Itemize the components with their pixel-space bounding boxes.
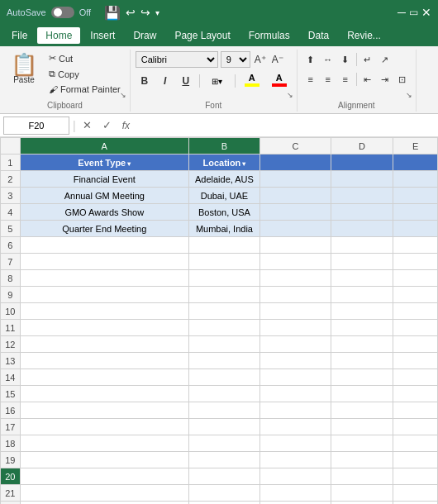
font-family-select[interactable]: Calibri (136, 51, 218, 68)
cell[interactable]: Annual GM Meeting (20, 188, 188, 204)
cell[interactable] (20, 468, 188, 485)
cell[interactable] (188, 254, 259, 270)
cell[interactable] (20, 485, 188, 502)
row-header-6[interactable]: 6 (1, 237, 21, 254)
cell[interactable] (331, 237, 393, 254)
align-left-button[interactable]: ≡ (302, 71, 319, 88)
dropdown-icon[interactable]: ▾ (155, 8, 159, 17)
row-header-13[interactable]: 13 (1, 353, 21, 369)
cell[interactable] (393, 402, 438, 419)
cell[interactable] (20, 452, 188, 468)
align-middle-button[interactable]: ↔ (320, 51, 336, 68)
cell[interactable] (331, 188, 393, 204)
cell[interactable] (331, 468, 393, 485)
cell[interactable] (259, 171, 331, 188)
cancel-formula-button[interactable]: ✕ (79, 117, 96, 134)
cell[interactable] (259, 287, 331, 303)
row-header-1[interactable]: 1 (1, 155, 21, 171)
cell[interactable] (331, 320, 393, 336)
alignment-expand[interactable]: ↘ (404, 90, 414, 100)
filter-arrow-B[interactable]: ▾ (242, 160, 245, 168)
cell[interactable] (259, 402, 331, 419)
cell[interactable] (393, 502, 438, 505)
font-color-button[interactable]: A (267, 72, 292, 90)
cell[interactable] (393, 419, 438, 435)
row-header-8[interactable]: 8 (1, 270, 21, 287)
row-header-22[interactable]: 22 (1, 502, 21, 505)
cell[interactable] (393, 468, 438, 485)
cell[interactable] (331, 353, 393, 369)
fill-color-button[interactable]: A (240, 72, 264, 90)
align-bottom-button[interactable]: ⬇ (337, 51, 354, 68)
menu-draw[interactable]: Draw (125, 27, 164, 44)
menu-formulas[interactable]: Formulas (240, 27, 298, 44)
cell[interactable]: Location▾ (188, 155, 259, 171)
cell[interactable] (259, 204, 331, 221)
cell[interactable] (188, 435, 259, 452)
menu-home[interactable]: Home (37, 27, 80, 44)
cell[interactable] (331, 204, 393, 221)
paste-button[interactable]: 📋 Paste (5, 51, 43, 87)
cell[interactable] (393, 435, 438, 452)
cell[interactable] (393, 353, 438, 369)
font-size-select[interactable]: 9 (221, 51, 250, 68)
cell[interactable] (20, 402, 188, 419)
align-center-button[interactable]: ≡ (320, 71, 336, 88)
cell[interactable] (393, 485, 438, 502)
orientation-button[interactable]: ↗ (377, 51, 393, 68)
cell[interactable] (331, 171, 393, 188)
bold-button[interactable]: B (136, 72, 154, 90)
cell[interactable] (259, 188, 331, 204)
cell[interactable] (188, 287, 259, 303)
row-header-15[interactable]: 15 (1, 386, 21, 402)
cell[interactable] (259, 485, 331, 502)
cell[interactable] (331, 386, 393, 402)
cell[interactable] (259, 386, 331, 402)
cell[interactable] (20, 287, 188, 303)
cell[interactable] (188, 336, 259, 353)
row-header-7[interactable]: 7 (1, 254, 21, 270)
cell[interactable] (393, 452, 438, 468)
filter-arrow-A[interactable]: ▾ (127, 160, 131, 168)
row-header-17[interactable]: 17 (1, 419, 21, 435)
format-painter-button[interactable]: 🖌 Format Painter (45, 83, 125, 96)
font-expand[interactable]: ↘ (285, 90, 295, 100)
cell[interactable] (188, 485, 259, 502)
cell[interactable] (259, 452, 331, 468)
cell[interactable] (331, 485, 393, 502)
decrease-font-button[interactable]: A⁻ (270, 51, 285, 68)
merge-center-button[interactable]: ⊡ (394, 71, 411, 88)
row-header-10[interactable]: 10 (1, 303, 21, 320)
cell[interactable] (393, 171, 438, 188)
row-header-19[interactable]: 19 (1, 452, 21, 468)
row-header-5[interactable]: 5 (1, 221, 21, 237)
cell[interactable] (393, 336, 438, 353)
clipboard-expand[interactable]: ↘ (118, 90, 128, 100)
cell[interactable] (259, 502, 331, 505)
cell[interactable] (188, 369, 259, 386)
cell[interactable] (393, 188, 438, 204)
col-header-C[interactable]: C (259, 138, 331, 155)
cell[interactable] (331, 369, 393, 386)
cell[interactable] (20, 270, 188, 287)
cell[interactable] (20, 237, 188, 254)
cell[interactable] (20, 369, 188, 386)
row-header-4[interactable]: 4 (1, 204, 21, 221)
cell[interactable] (259, 435, 331, 452)
increase-indent-button[interactable]: ⇥ (377, 71, 393, 88)
cell[interactable] (393, 369, 438, 386)
cell[interactable]: Dubai, UAE (188, 188, 259, 204)
menu-data[interactable]: Data (300, 27, 337, 44)
cell[interactable] (259, 237, 331, 254)
underline-button[interactable]: U (177, 72, 195, 90)
confirm-formula-button[interactable]: ✓ (99, 117, 116, 134)
minimize-icon[interactable]: ─ (398, 6, 406, 19)
restore-icon[interactable]: ▭ (409, 7, 418, 18)
row-header-12[interactable]: 12 (1, 336, 21, 353)
cell[interactable] (393, 204, 438, 221)
cell[interactable]: Mumbai, India (188, 221, 259, 237)
col-header-E[interactable]: E (393, 138, 438, 155)
cell[interactable] (331, 402, 393, 419)
cell[interactable] (20, 419, 188, 435)
cell[interactable] (20, 435, 188, 452)
